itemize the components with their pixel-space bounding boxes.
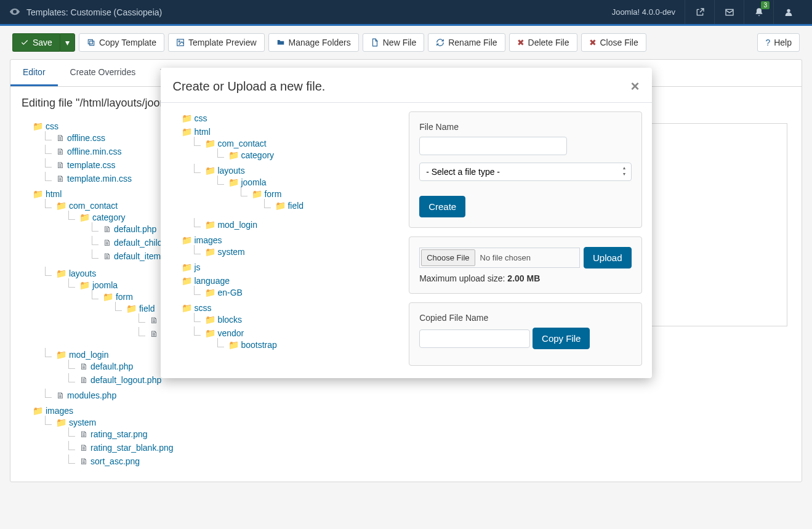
tree-images[interactable]: 📁 images 📁 system: [171, 233, 397, 260]
folder-icon: 📁: [205, 220, 215, 230]
folder-icon: 📁: [228, 340, 239, 350]
file-name-label: File Name: [419, 122, 631, 132]
folder-icon: 📁: [275, 201, 286, 211]
tree-category[interactable]: 📁 category: [217, 148, 397, 162]
folder-icon: 📁: [205, 288, 215, 297]
folder-icon: 📁: [182, 262, 192, 272]
tree-field[interactable]: 📁 field: [264, 199, 397, 212]
tree-html[interactable]: 📁 html 📁 com_contact 📁 category 📁 layout…: [171, 125, 397, 233]
upload-button[interactable]: Upload: [584, 247, 632, 269]
tree-language[interactable]: 📁 language 📁 en-GB: [171, 274, 397, 301]
create-button[interactable]: Create: [419, 196, 465, 217]
tree-vendor[interactable]: 📁 vendor 📁 bootstrap: [194, 326, 397, 353]
tree-form[interactable]: 📁 form 📁 field: [241, 187, 397, 214]
upload-file-card: Choose File No file chosen Upload Maximu…: [409, 236, 641, 294]
modal-close-button[interactable]: ×: [630, 78, 639, 95]
tree-css[interactable]: 📁 css: [171, 111, 397, 125]
folder-icon: 📁: [205, 247, 215, 257]
tree-engb[interactable]: 📁 en-GB: [194, 286, 397, 299]
folder-icon: 📁: [182, 235, 192, 245]
folder-icon: 📁: [228, 177, 239, 187]
folder-icon: 📁: [205, 315, 215, 325]
tree-scss[interactable]: 📁 scss 📁 blocks 📁 vendor 📁 bootstrap: [171, 301, 397, 355]
folder-icon: 📁: [182, 113, 192, 123]
copied-file-label: Copied File Name: [419, 313, 631, 323]
folder-icon: 📁: [182, 303, 192, 313]
folder-icon: 📁: [205, 328, 215, 338]
modal-title: Create or Upload a new file.: [173, 79, 631, 94]
folder-icon: 📁: [205, 139, 215, 148]
tree-joomla[interactable]: 📁 joomla 📁 form 📁 field: [217, 176, 397, 216]
folder-icon: 📁: [205, 166, 215, 176]
tree-mod-login[interactable]: 📁 mod_login: [194, 218, 397, 232]
folder-icon: 📁: [182, 127, 192, 137]
tree-com-contact[interactable]: 📁 com_contact 📁 category: [194, 137, 397, 164]
file-name-input[interactable]: [419, 137, 567, 155]
copy-file-button[interactable]: Copy File: [533, 328, 590, 349]
tree-layouts[interactable]: 📁 layouts 📁 joomla 📁 form 📁 field: [194, 164, 397, 218]
modal-folder-tree: 📁 css 📁 html 📁 com_contact 📁 category 📁 …: [171, 111, 397, 355]
file-chosen-status: No file chosen: [475, 253, 578, 262]
create-file-card: File Name Create: [409, 111, 641, 228]
folder-icon: 📁: [182, 276, 192, 286]
choose-file-button[interactable]: Choose File: [421, 249, 475, 266]
copy-file-card: Copied File Name Copy File: [409, 302, 641, 366]
folder-icon: 📁: [252, 189, 262, 199]
upload-max-note: Maximum upload size: 2.00 MB: [419, 273, 631, 283]
modal-new-file: Create or Upload a new file. × 📁 css 📁 h…: [161, 68, 652, 378]
tree-js[interactable]: 📁 js: [171, 260, 397, 274]
copied-file-input[interactable]: [419, 329, 530, 348]
tree-system[interactable]: 📁 system: [194, 245, 397, 259]
tree-bootstrap[interactable]: 📁 bootstrap: [217, 338, 397, 352]
tree-blocks[interactable]: 📁 blocks: [194, 313, 397, 326]
folder-icon: 📁: [228, 150, 239, 160]
file-type-select[interactable]: [419, 163, 631, 181]
